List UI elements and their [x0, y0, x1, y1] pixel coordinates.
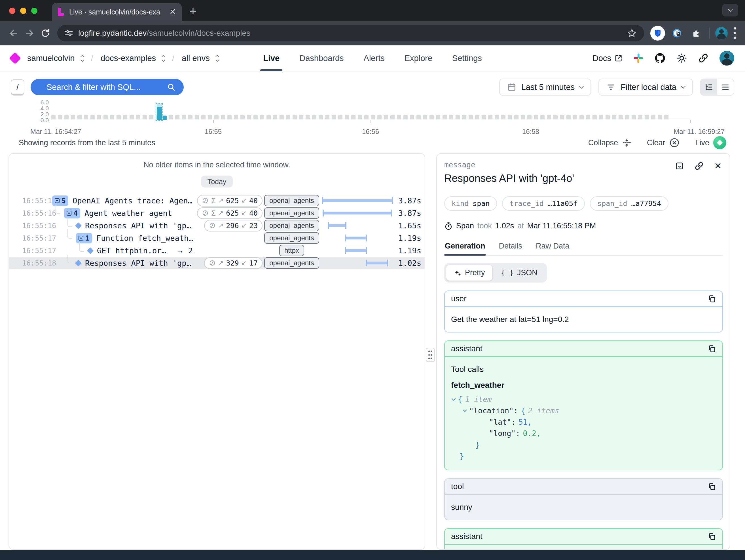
chart-bar[interactable] — [163, 116, 167, 120]
kind-pill[interactable]: kindspan — [444, 196, 497, 211]
duration-bar-track — [322, 207, 393, 219]
live-toggle-button[interactable]: Live — [695, 136, 726, 149]
collapse-badge[interactable]: 5 — [52, 195, 68, 206]
copy-link-icon[interactable] — [694, 161, 704, 171]
day-badge[interactable]: Today — [201, 176, 233, 188]
window-controls[interactable] — [9, 8, 37, 14]
time-range-dropdown[interactable]: Last 5 minutes — [499, 79, 591, 96]
span-label[interactable]: Agent weather agent — [85, 209, 172, 218]
breadcrumb-env[interactable]: all envs — [182, 54, 209, 63]
scope-tag[interactable]: openai_agents — [264, 257, 319, 269]
new-tab-button[interactable]: + — [189, 4, 197, 18]
clear-button[interactable]: Clear — [647, 137, 680, 148]
span-id-pill[interactable]: span_id…a77954 — [590, 196, 669, 211]
site-settings-icon[interactable] — [65, 29, 73, 37]
logfire-logo[interactable] — [9, 52, 21, 64]
search-input[interactable]: Search & filter with SQL... — [31, 79, 184, 95]
browser-menu-icon[interactable]: ••• — [733, 26, 737, 40]
browser-tab[interactable]: Live · samuelcolvin/docs-exa ✕ — [52, 3, 182, 21]
trace-id-pill[interactable]: trace_id…11a05f — [502, 196, 585, 211]
extensions-puzzle-icon[interactable] — [689, 26, 704, 40]
table-row[interactable]: 16:55:16 5 OpenAI Agents trace: Agent wo… — [9, 194, 425, 207]
forward-button[interactable] — [22, 25, 37, 41]
tree-connector — [79, 242, 84, 252]
minimize-window-button[interactable] — [20, 8, 26, 14]
browser-profile-avatar[interactable] — [715, 27, 728, 39]
token-usage-pill[interactable]: Σ ↗625 ↙40 — [197, 207, 262, 219]
collapse-badge[interactable]: 1 — [76, 233, 92, 243]
scope-tag[interactable]: openai_agents — [264, 207, 319, 219]
bookmark-star-icon[interactable] — [627, 28, 637, 38]
chart-bar-selected[interactable] — [157, 104, 162, 120]
project-switcher-icon[interactable] — [162, 55, 165, 61]
tab-live[interactable]: Live — [262, 45, 281, 71]
activity-chart[interactable]: 6.0 4.0 2.0 0.0 Mar 11. 16:54:27 16:55 1… — [0, 100, 745, 135]
maximize-window-button[interactable] — [31, 8, 37, 14]
collapse-caret-icon[interactable] — [452, 396, 456, 400]
dock-panel-icon[interactable] — [675, 161, 684, 170]
json-view-button[interactable]: { } JSON — [493, 265, 545, 281]
theme-toggle-sun-icon[interactable] — [676, 53, 687, 64]
docs-link[interactable]: Docs — [592, 54, 622, 63]
token-usage-pill[interactable]: ↗296 ↙23 — [204, 220, 262, 231]
tab-raw-data[interactable]: Raw Data — [535, 240, 570, 255]
tool-arguments-json: { 1 item "location": { 2 items "lat": 51… — [451, 394, 716, 462]
slack-icon[interactable] — [633, 53, 644, 63]
tab-explore[interactable]: Explore — [403, 45, 433, 71]
collapse-button[interactable]: Collapse — [588, 138, 631, 148]
x-tick-mark — [690, 120, 691, 123]
trace-list-panel: No older items in the selected time wind… — [8, 153, 425, 550]
tab-dashboards[interactable]: Dashboards — [298, 45, 345, 71]
pretty-view-button[interactable]: Pretty — [446, 265, 492, 281]
x-tick-label: 16:55 — [205, 128, 222, 135]
close-window-button[interactable] — [9, 8, 15, 14]
copy-icon[interactable] — [708, 532, 716, 541]
chart-plot-area[interactable] — [51, 100, 691, 120]
tab-search-button[interactable] — [722, 4, 738, 17]
address-bar[interactable]: logfire.pydantic.dev/samuelcolvin/docs-e… — [57, 25, 644, 41]
http-arrow-icon: → — [176, 246, 184, 255]
tree-view-button[interactable] — [701, 79, 717, 95]
env-switcher-icon[interactable] — [216, 55, 219, 61]
scope-tag[interactable]: openai_agents — [264, 232, 319, 244]
tab-settings[interactable]: Settings — [451, 45, 483, 71]
copy-icon[interactable] — [708, 344, 716, 353]
copy-icon[interactable] — [708, 482, 716, 491]
panel-resize-handle[interactable]: •••••• — [426, 348, 435, 362]
span-label[interactable]: Responses API with 'gpt-4o' — [85, 259, 193, 268]
span-label[interactable]: OpenAI Agents trace: Agent workflow — [72, 196, 193, 205]
local-filter-dropdown[interactable]: Filter local data — [598, 79, 693, 96]
token-usage-pill[interactable]: ↗329 ↙17 — [204, 257, 262, 269]
scope-tag[interactable]: openai_agents — [264, 220, 319, 231]
span-label[interactable]: GET httpbin.org/get ? lat='51.0' & long=… — [97, 246, 169, 255]
table-row-selected[interactable]: 16:55:18 Responses API with 'gpt-4o' ↗32… — [9, 257, 425, 269]
tab-alerts[interactable]: Alerts — [363, 45, 386, 71]
tab-generation[interactable]: Generation — [444, 240, 486, 255]
share-link-icon[interactable] — [698, 53, 709, 64]
table-row[interactable]: 16:55:17 1 Function fetch_weather openai… — [9, 232, 425, 244]
breadcrumb-org[interactable]: samuelcolvin — [27, 54, 75, 63]
reload-button[interactable] — [37, 25, 53, 41]
span-label[interactable]: Function fetch_weather — [96, 234, 193, 243]
tab-close-icon[interactable]: ✕ — [169, 8, 176, 16]
scope-tag[interactable]: httpx — [279, 245, 304, 256]
org-switcher-icon[interactable] — [81, 55, 84, 61]
user-avatar[interactable] — [719, 51, 734, 65]
close-panel-icon[interactable]: ✕ — [714, 161, 722, 170]
tab-details[interactable]: Details — [498, 240, 523, 255]
scope-tag[interactable]: openai_agents — [264, 195, 319, 206]
duration-bar-track — [322, 257, 393, 269]
token-usage-pill[interactable]: Σ ↗625 ↙40 — [197, 195, 262, 207]
list-view-button[interactable] — [717, 79, 734, 95]
back-button[interactable] — [6, 25, 22, 41]
copy-icon[interactable] — [708, 294, 716, 303]
blocker-extension-icon[interactable] — [670, 26, 684, 40]
github-icon[interactable] — [654, 53, 666, 64]
collapse-badge[interactable]: 4 — [64, 208, 80, 218]
bitwarden-extension-icon[interactable] — [650, 26, 665, 40]
collapse-caret-icon[interactable] — [463, 408, 467, 412]
breadcrumb-project[interactable]: docs-examples — [101, 54, 156, 63]
span-label[interactable]: Responses API with 'gpt-4o' — [85, 221, 193, 230]
browser-chrome: Live · samuelcolvin/docs-exa ✕ + logfire… — [0, 0, 745, 45]
span-diamond-icon — [75, 259, 82, 267]
